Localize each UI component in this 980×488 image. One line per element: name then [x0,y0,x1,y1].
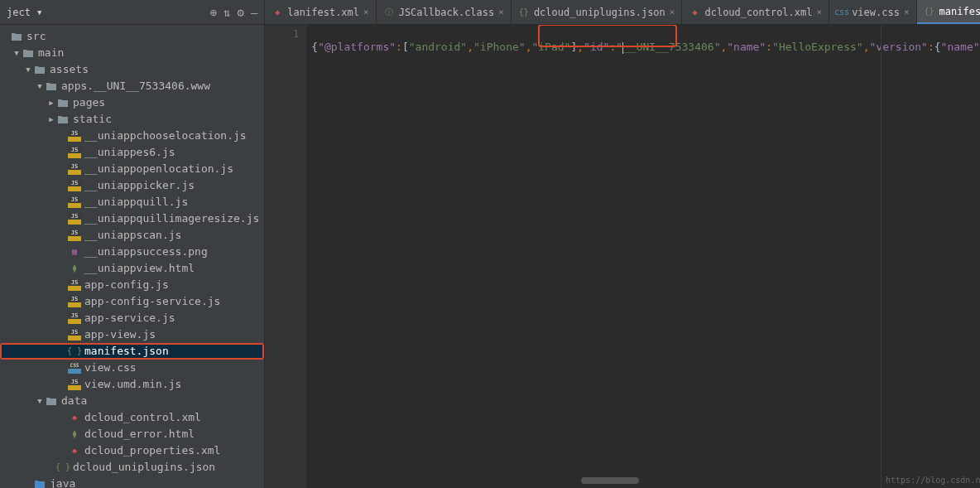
folder-icon [33,477,46,488]
collapse-icon[interactable]: — [251,6,257,19]
tree-item-label: app-view.js [84,326,156,343]
editor-tab[interactable]: {}dcloud_uniplugins.json× [512,0,683,24]
class-file-icon: ⓘ [383,7,395,18]
html-file-icon: ⧫ [68,428,81,441]
scrollbar-thumb[interactable] [581,477,639,484]
js-file-icon: JS [68,312,81,324]
tree-item[interactable]: JSapp-config-service.js [0,293,264,310]
code-content[interactable]: {"@platforms":["android","iPhone","iPad"… [306,25,980,488]
tree-item-label: __uniappes6.js [84,144,175,161]
close-icon[interactable]: × [363,7,369,17]
key-platforms: "@platforms" [318,41,396,53]
tree-item-label: dcloud_uniplugins.json [73,459,215,476]
tree-item-label: __uniappopenlocation.js [84,161,233,177]
tree-item[interactable]: JS__uniappes6.js [0,144,264,161]
tree-item[interactable]: ▼apps.__UNI__7533406.www [0,78,264,94]
close-icon[interactable]: × [670,7,675,17]
tree-item[interactable]: ▼data [0,393,264,409]
image-file-icon: ▦ [68,245,81,258]
tree-arrow-icon[interactable]: ▶ [46,111,56,128]
tree-arrow-icon[interactable]: ▼ [35,393,45,409]
xml-file-icon: ◆ [689,7,700,18]
tree-item[interactable]: JSapp-service.js [0,310,264,326]
js-file-icon: JS [68,279,81,291]
tree-item[interactable]: java [0,476,264,488]
highlight-box [538,25,677,47]
tree-item-label: view.umd.min.js [84,376,181,393]
tree-arrow-icon[interactable]: ▼ [23,61,33,78]
js-file-icon: JS [68,329,81,341]
js-file-icon: JS [68,163,81,175]
json-file-icon: {} [924,6,935,17]
tree-item-label: manifest.json [84,343,169,360]
tree-item-label: java [50,476,75,488]
tree-item[interactable]: ⧫__uniappview.html [0,260,264,277]
tree-arrow-icon[interactable]: ▼ [35,78,45,94]
tab-label: lanifest.xml [287,7,359,18]
js-file-icon: JS [68,130,81,142]
tree-item[interactable]: ▼main [0,45,264,61]
folder-icon [56,113,70,126]
editor-tab[interactable]: ⓘJSCallback.class× [377,0,512,24]
tree-item[interactable]: JS__uniappscan.js [0,227,264,244]
tree-item[interactable]: JS__uniappopenlocation.js [0,161,264,177]
close-icon[interactable]: × [904,7,910,17]
tree-item[interactable]: { }dcloud_uniplugins.json [0,459,264,476]
editor-tab[interactable]: {}manifest.json× [917,0,980,24]
tree-item-label: __uniapppicker.js [84,177,195,194]
editor-tabs: ◆lanifest.xml×ⓘJSCallback.class×{}dcloud… [265,0,980,25]
tree-arrow-icon[interactable]: ▼ [12,45,22,61]
tree-item[interactable]: ▶static [0,111,264,128]
xml-file-icon: ◆ [68,411,81,424]
close-icon[interactable]: × [817,7,823,17]
tree-item[interactable]: ⧫dcloud_error.html [0,426,264,442]
colon: : [928,41,934,53]
json-file-icon: { } [68,345,81,358]
val-android: "android" [409,41,467,53]
tree-item[interactable]: JSview.umd.min.js [0,376,264,393]
tree-item[interactable]: ▦__uniappsuccess.png [0,244,264,260]
js-file-icon: JS [68,379,81,390]
tree-item[interactable]: ▼assets [0,61,264,78]
project-label[interactable]: ject [7,7,31,18]
tree-item[interactable]: JS__uniapppicker.js [0,177,264,194]
tree-item[interactable]: src [0,28,264,45]
tree-arrow-icon[interactable]: ▶ [46,94,56,111]
tree-item-label: app-config-service.js [84,293,220,310]
right-margin-line [881,25,882,488]
editor-tab[interactable]: ◆lanifest.xml× [265,0,376,24]
tree-item[interactable]: ◆dcloud_properties.xml [0,442,264,459]
tree-item[interactable]: JSapp-view.js [0,326,264,343]
comma: , [863,41,870,53]
folder-icon [45,394,58,408]
val-iphone: "iPhone" [473,41,526,53]
tree-item[interactable]: JS__uniappquill.js [0,194,264,210]
watermark-text: https://blog.csdn.net/qq_40520781 [886,476,980,485]
tree-item[interactable]: CSSview.css [0,360,264,376]
editor-area: 1 {"@platforms":["android","iPhone","iPa… [265,25,980,488]
editor-tab[interactable]: cssview.css× [829,0,916,24]
tree-item[interactable]: { }manifest.json [0,343,264,360]
tab-label: view.css [852,7,900,18]
sidebar-toolbar: ject ▼ ⊕ ⇅ ⚙ — [0,0,264,25]
target-icon[interactable]: ⊕ [210,6,217,19]
tree-item[interactable]: ▶pages [0,94,264,111]
gear-icon[interactable]: ⚙ [237,6,243,19]
close-icon[interactable]: × [498,7,504,17]
tree-item-label: __uniappquill.js [84,194,188,210]
obj-open: { [934,41,941,53]
tree-item[interactable]: JS__uniappchooselocation.js [0,128,264,144]
project-tree[interactable]: src▼main▼assets▼apps.__UNI__7533406.www▶… [0,25,264,488]
line-gutter: 1 [265,25,306,488]
tree-item-label: assets [50,61,89,78]
editor-tab[interactable]: ◆dcloud_control.xml× [682,0,829,24]
xml-file-icon: ◆ [271,7,283,18]
tree-item[interactable]: JS__uniappquillimageresize.js [0,210,264,227]
dropdown-arrow-icon[interactable]: ▼ [37,8,41,17]
tree-item[interactable]: ◆dcloud_control.xml [0,409,264,426]
tree-item-label: view.css [84,360,137,376]
tree-item[interactable]: JSapp-config.js [0,277,264,293]
json-file-icon: {} [518,7,530,18]
tree-item-label: main [38,45,64,61]
css-file-icon: CSS [68,362,81,374]
